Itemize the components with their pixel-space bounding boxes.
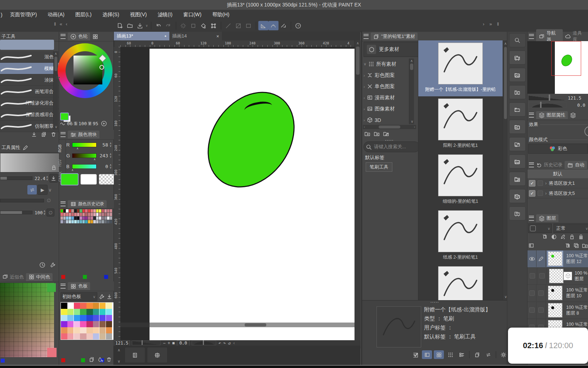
color-swatch[interactable] <box>96 209 99 213</box>
color-swatch[interactable] <box>110 220 112 223</box>
color-swatch[interactable] <box>67 315 74 321</box>
subtool-item[interactable]: 保留质感溶合 <box>0 109 59 121</box>
panel-menu-icon[interactable] <box>529 113 534 118</box>
action-pause-checkbox[interactable] <box>538 190 543 196</box>
color-swatch[interactable] <box>99 220 101 223</box>
color-swatch[interactable] <box>106 315 112 321</box>
panel-menu-icon[interactable] <box>61 132 66 137</box>
color-swatch[interactable] <box>61 303 67 309</box>
tree-chevron-icon[interactable]: › <box>364 118 365 122</box>
edit-folder-icon[interactable] <box>383 131 389 137</box>
tree-hscrollbar[interactable]: ‹› <box>363 125 416 129</box>
foreground-color-swatch[interactable] <box>60 113 69 121</box>
color-swatch[interactable] <box>66 213 68 216</box>
tree-chevron-icon[interactable]: › <box>364 96 365 100</box>
color-swatch[interactable] <box>63 220 66 223</box>
color-swatch[interactable] <box>71 216 74 220</box>
palette-paste-icon[interactable] <box>89 356 95 363</box>
color-swatch[interactable] <box>83 213 85 216</box>
collapse-statusbar-icon[interactable]: ‹ <box>233 341 235 346</box>
paste-to-canvas-icon[interactable] <box>472 350 482 359</box>
gradient-selection-icon[interactable] <box>233 21 244 30</box>
snap-to-ruler-icon[interactable] <box>258 21 268 30</box>
subtool-item[interactable]: 混色 <box>0 51 59 63</box>
color-swatch[interactable] <box>67 327 74 333</box>
tab-history[interactable]: 历史记录 <box>536 162 562 168</box>
history-red-swatch[interactable] <box>61 275 65 279</box>
color-swatch[interactable] <box>67 303 74 309</box>
effect-border-button[interactable] <box>584 126 588 136</box>
tree-chevron-icon[interactable]: ∨ <box>364 62 366 66</box>
canvas-viewport[interactable] <box>120 47 360 349</box>
brush-size-value[interactable]: 22.4 <box>35 176 45 181</box>
vertical-scrollbar[interactable]: ∧ ∨ <box>355 40 361 349</box>
rotate-left-icon[interactable]: ↶ <box>218 341 221 346</box>
color-swatch[interactable] <box>80 220 82 223</box>
color-swatch[interactable] <box>61 321 67 327</box>
zoom-slider[interactable] <box>132 341 161 345</box>
color-swatch[interactable] <box>63 216 66 220</box>
color-swatch[interactable] <box>110 216 112 220</box>
color-swatch[interactable] <box>85 209 88 213</box>
color-swatch[interactable] <box>99 309 106 315</box>
subtool-item[interactable]: 模糊 <box>0 63 59 74</box>
color-swatch[interactable] <box>80 303 86 309</box>
reset-rotation-icon[interactable]: ↺ <box>228 341 231 346</box>
panel-menu-icon[interactable] <box>61 201 66 206</box>
layer-thumbnail[interactable] <box>548 251 562 266</box>
color-swatch[interactable] <box>71 220 74 223</box>
color-swatch[interactable] <box>99 321 106 327</box>
sub-color-swatch[interactable] <box>80 174 97 185</box>
intermediate-handle-pink[interactable] <box>47 348 57 357</box>
color-swatch[interactable] <box>66 209 68 213</box>
color-swatch[interactable] <box>83 216 85 220</box>
duplicate-subtool-icon[interactable] <box>41 131 47 137</box>
history-green-swatch[interactable] <box>83 275 87 279</box>
material-category-folder[interactable] <box>509 85 526 99</box>
canvas-page[interactable] <box>150 49 360 349</box>
color-swatch[interactable] <box>93 303 99 309</box>
color-swatch[interactable] <box>93 220 96 223</box>
layer-edit-cell[interactable] <box>536 285 545 301</box>
tab-rgb[interactable]: RGB <box>58 145 62 153</box>
color-swatch[interactable] <box>86 321 93 327</box>
tree-chevron-icon[interactable]: › <box>364 107 365 111</box>
palette-import-icon[interactable] <box>106 294 112 300</box>
gear-icon[interactable] <box>499 350 508 359</box>
pen-pressure-button[interactable] <box>27 185 37 194</box>
panel-menu-icon[interactable] <box>61 284 66 289</box>
document-tab-active[interactable]: 插画13*● <box>114 32 169 40</box>
color-swatch[interactable] <box>74 315 80 321</box>
history-clock-icon[interactable] <box>39 262 45 268</box>
layer-row[interactable]: 100 %正常 图层 8 <box>527 302 588 319</box>
subtool-item[interactable]: 画笔溶合 <box>0 86 59 97</box>
color-swatch[interactable] <box>74 303 80 309</box>
color-swatch[interactable] <box>104 220 107 223</box>
palette-settings-icon[interactable] <box>99 294 105 300</box>
color-swatch[interactable] <box>80 315 86 321</box>
color-swatch[interactable] <box>91 220 93 223</box>
play-option-button[interactable]: ▶ <box>37 185 48 195</box>
material-zoom-icon[interactable] <box>509 33 526 47</box>
color-swatch[interactable] <box>96 220 99 223</box>
material-item[interactable]: 细细的-里的铅笔1 <box>418 152 503 208</box>
layer-row[interactable]: 100 % 图层 <box>527 268 588 285</box>
subtool-scrollbar[interactable]: ∧ ∨ <box>53 51 58 130</box>
color-swatch[interactable] <box>77 209 80 213</box>
layer-view-icon[interactable] <box>528 242 534 249</box>
material-item[interactable]: 附赠一个【纸感-出溜滑版】-里的铅 <box>418 40 503 96</box>
sv-square[interactable] <box>74 56 102 84</box>
navigator-view-rect[interactable] <box>551 41 581 76</box>
brush-tab-icon[interactable] <box>22 145 28 151</box>
channel-slider[interactable]: ∧ <box>72 164 97 169</box>
channel-stepper[interactable]: ∧∨ <box>110 153 112 158</box>
horizontal-scrollbar[interactable] <box>120 323 355 327</box>
color-swatch[interactable] <box>69 213 71 216</box>
menu-item[interactable]: 帮助(H) <box>207 12 235 18</box>
view-detail-icon[interactable] <box>422 350 432 359</box>
color-swatch[interactable] <box>88 220 90 223</box>
color-swatch[interactable] <box>80 216 82 220</box>
color-swatch[interactable] <box>74 321 80 327</box>
navigator-rotate-slider[interactable] <box>528 102 566 108</box>
action-pause-checkbox[interactable] <box>538 180 543 186</box>
